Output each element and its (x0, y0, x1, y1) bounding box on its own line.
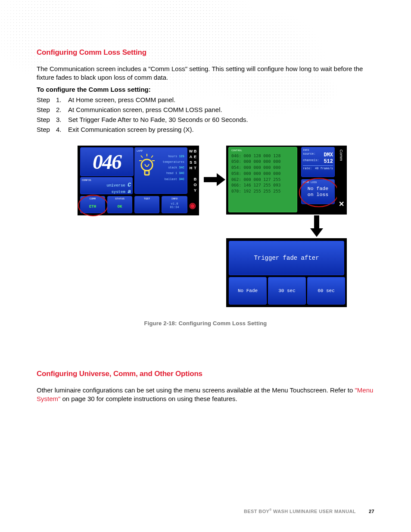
trigger-option-60-sec[interactable]: 60 sec (307, 277, 345, 305)
trigger-option-30-sec[interactable]: 30 sec (268, 277, 306, 305)
lamp-bulb-icon (138, 154, 156, 180)
control-data: 046: 000 128 000 128 050: 000 000 000 00… (231, 153, 294, 194)
arrow-right-icon (204, 173, 225, 186)
step-row: Step 3. Set Trigger Fade After to No Fad… (37, 115, 374, 124)
svg-marker-8 (310, 215, 323, 237)
test-tile[interactable]: TEST (134, 196, 159, 213)
svg-marker-7 (204, 173, 225, 186)
lamp-label: LAMP (137, 149, 185, 152)
section2-text-post: on page 30 for complete instructions on … (60, 395, 237, 402)
step-label: Step (37, 95, 56, 105)
trigger-fade-panel: Trigger fade after No Fade 30 sec 60 sec (226, 238, 347, 307)
step-row: Step 4. Exit Communication screen by pre… (37, 124, 374, 134)
section-subhead: To configure the Comm Loss setting: (37, 86, 374, 93)
config-tile[interactable]: CONFIG universe C system a (80, 177, 133, 194)
step-number: 1. (56, 95, 68, 105)
lamp-tile[interactable]: LAMP (134, 147, 187, 194)
status-label: STATUS (109, 197, 131, 200)
step-number: 3. (56, 115, 68, 124)
comm-tile[interactable]: COMM ETH (80, 196, 105, 213)
home-screen-panel: 046 CONFIG universe C system a COMM ETH … (78, 146, 199, 215)
info-value: v1.0 01:34 (163, 202, 186, 209)
svg-line-2 (151, 156, 153, 158)
info-rate: rate:40 frame/s (303, 167, 333, 170)
trigger-title: Trigger fade after (229, 241, 344, 275)
info-channels: channels:512 (303, 159, 333, 165)
step-label: Step (37, 115, 56, 124)
close-icon[interactable]: ✕ (339, 200, 344, 208)
commloss-label: COMM LOSS (303, 181, 333, 184)
step-list: Step 1. At Home screen, press COMM panel… (37, 95, 374, 135)
step-number: 2. (56, 105, 68, 115)
figure-2-18: 046 CONFIG universe C system a COMM ETH … (37, 146, 374, 314)
config-label: CONFIG (82, 179, 131, 182)
comm-side-label: Comm ✕ (337, 147, 346, 212)
footer-manual-label: BEST BOY® WASH LUMINAIRE USER MANUAL (244, 508, 356, 514)
step-row: Step 2. At Communication screen, press C… (37, 105, 374, 115)
section-heading-comm-loss: Configuring Comm Loss Setting (37, 48, 374, 57)
info-source: source:DMX (303, 152, 333, 158)
step-text: At Home screen, press COMM panel. (68, 95, 374, 105)
lamp-stats: hours 125 temperatures stack 34C head 1 … (163, 154, 184, 182)
status-value: OK (109, 205, 131, 209)
trigger-option-no-fade[interactable]: No Fade (229, 277, 267, 305)
step-number: 4. (56, 124, 68, 134)
section-heading-universe: Configuring Universe, Comm, and Other Op… (37, 370, 374, 378)
section-intro: The Communication screen includes a "Com… (37, 65, 374, 82)
svg-rect-6 (145, 171, 149, 175)
step-text: Set Trigger Fade After to No Fade, 30 Se… (68, 115, 374, 124)
figure-caption: Figure 2-18: Configuring Comm Loss Setti… (37, 320, 374, 327)
section2-text-pre: Other luminaire configurations can be se… (37, 386, 355, 394)
dmx-address-tile[interactable]: 046 (80, 147, 134, 176)
info-tile[interactable]: INFO v1.0 01:34 (162, 196, 187, 213)
info-box[interactable]: INFO source:DMX channels:512 rate:40 fra… (301, 147, 335, 177)
page-number: 27 (369, 509, 374, 514)
config-system: system a (82, 188, 131, 195)
home-side-label: BEST BOY WASH ◉ (189, 147, 197, 213)
step-text: At Communication screen, press COMM LOSS… (68, 105, 374, 115)
step-label: Step (37, 124, 56, 134)
comm-label: COMM (81, 197, 104, 200)
control-box: CONTROL 046: 000 128 000 128 050: 000 00… (228, 147, 297, 212)
logo-swirl-icon: ◉ (189, 201, 197, 210)
svg-line-1 (141, 156, 143, 158)
commloss-value: No fade on loss (303, 186, 333, 198)
comm-loss-tile[interactable]: COMM LOSS No fade on loss (301, 179, 335, 204)
svg-point-5 (141, 159, 153, 171)
page-footer: BEST BOY® WASH LUMINAIRE USER MANUAL 27 (37, 508, 374, 514)
comm-screen-panel: CONTROL 046: 000 128 000 128 050: 000 00… (226, 146, 347, 215)
step-text: Exit Communication screen by pressing (X… (68, 124, 374, 134)
arrow-down-icon (310, 215, 323, 237)
status-tile[interactable]: STATUS OK (107, 196, 132, 213)
test-label: TEST (136, 197, 158, 200)
step-row: Step 1. At Home screen, press COMM panel… (37, 95, 374, 105)
info-label: INFO (163, 197, 186, 200)
control-label: CONTROL (231, 149, 294, 152)
config-universe: universe C (82, 182, 131, 188)
section2-body: Other luminaire configurations can be se… (37, 386, 374, 404)
step-label: Step (37, 105, 56, 115)
info-label: INFO (303, 149, 333, 152)
comm-value: ETH (81, 205, 104, 209)
